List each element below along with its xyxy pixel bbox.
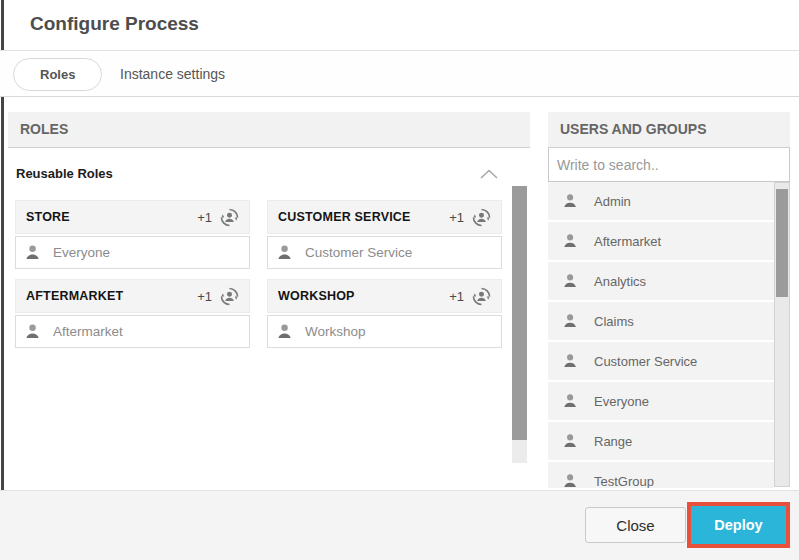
user-icon (562, 432, 580, 450)
role-name: STORE (26, 210, 197, 224)
role-card-workshop: WORKSHOP +1 (267, 279, 502, 348)
role-card-aftermarket: AFTERMARKET +1 (15, 279, 250, 348)
list-item-label: Everyone (594, 394, 649, 409)
search-input[interactable] (548, 148, 790, 182)
role-member-row[interactable]: Customer Service (267, 236, 502, 269)
member-count-badge: +1 (449, 289, 464, 304)
assign-user-rotate-icon[interactable] (470, 206, 493, 229)
users-scrollbar-thumb[interactable] (776, 189, 788, 297)
roles-scrollbar-thumb[interactable] (512, 186, 527, 440)
role-card-header[interactable]: WORKSHOP +1 (267, 279, 502, 313)
configure-process-dialog: Configure Process Roles Instance setting… (0, 0, 799, 560)
role-member-row[interactable]: Everyone (15, 236, 250, 269)
role-member-row[interactable]: Aftermarket (15, 315, 250, 348)
list-item-admin[interactable]: Admin (548, 182, 774, 220)
deploy-annotation-highlight: Deploy (687, 502, 790, 548)
role-name: WORKSHOP (278, 289, 449, 303)
list-item-range[interactable]: Range (548, 422, 774, 460)
user-icon (562, 192, 580, 210)
dialog-footer: Close Deploy (0, 490, 799, 560)
users-groups-header: USERS AND GROUPS (548, 112, 790, 148)
assign-user-rotate-icon[interactable] (218, 206, 241, 229)
close-button[interactable]: Close (585, 507, 686, 543)
member-count-badge: +1 (197, 289, 212, 304)
user-icon (562, 272, 580, 290)
role-member-row[interactable]: Workshop (267, 315, 502, 348)
list-item-customer-service[interactable]: Customer Service (548, 342, 774, 380)
role-name: CUSTOMER SERVICE (278, 210, 449, 224)
chevron-up-icon[interactable] (480, 169, 498, 179)
member-count-badge: +1 (449, 210, 464, 225)
list-item-everyone[interactable]: Everyone (548, 382, 774, 420)
user-icon (276, 322, 295, 341)
users-groups-list: Admin Aftermarket Analytics Claims Custo… (548, 182, 790, 488)
users-scrollbar[interactable] (774, 182, 790, 487)
user-icon (562, 472, 580, 488)
list-item-analytics[interactable]: Analytics (548, 262, 774, 300)
user-icon (24, 243, 43, 262)
role-card-customer-service: CUSTOMER SERVICE +1 (267, 200, 502, 269)
list-item-claims[interactable]: Claims (548, 302, 774, 340)
list-item-label: Aftermarket (594, 234, 661, 249)
user-icon (562, 352, 580, 370)
role-card-header[interactable]: CUSTOMER SERVICE +1 (267, 200, 502, 234)
role-name: AFTERMARKET (26, 289, 197, 303)
assign-user-rotate-icon[interactable] (218, 285, 241, 308)
list-item-aftermarket[interactable]: Aftermarket (548, 222, 774, 260)
reusable-roles-title: Reusable Roles (16, 166, 113, 181)
member-count-badge: +1 (197, 210, 212, 225)
tab-instance-settings[interactable]: Instance settings (120, 51, 225, 98)
roles-scrollbar[interactable] (512, 186, 527, 463)
list-item-label: Analytics (594, 274, 646, 289)
list-item-label: Claims (594, 314, 634, 329)
member-name: Workshop (305, 324, 366, 339)
roles-panel-header: ROLES (8, 112, 530, 148)
list-item-testgroup[interactable]: TestGroup (548, 462, 774, 488)
reusable-roles-section-header[interactable]: Reusable Roles (16, 166, 506, 181)
page-title: Configure Process (30, 13, 199, 35)
tab-bar: Roles Instance settings (0, 50, 799, 97)
deploy-button[interactable]: Deploy (691, 506, 786, 544)
roles-panel: ROLES Reusable Roles STORE +1 (8, 112, 530, 488)
list-item-label: Customer Service (594, 354, 697, 369)
role-card-header[interactable]: AFTERMARKET +1 (15, 279, 250, 313)
member-name: Customer Service (305, 245, 412, 260)
member-name: Aftermarket (53, 324, 123, 339)
user-icon (562, 312, 580, 330)
list-item-label: TestGroup (594, 474, 654, 489)
role-card-header[interactable]: STORE +1 (15, 200, 250, 234)
tab-roles[interactable]: Roles (13, 58, 102, 91)
role-card-store: STORE +1 (15, 200, 250, 269)
list-item-label: Range (594, 434, 632, 449)
user-icon (276, 243, 295, 262)
user-icon (24, 322, 43, 341)
list-item-label: Admin (594, 194, 631, 209)
users-groups-panel: USERS AND GROUPS Admin Aftermarket Analy… (548, 112, 790, 488)
assign-user-rotate-icon[interactable] (470, 285, 493, 308)
user-icon (562, 232, 580, 250)
member-name: Everyone (53, 245, 110, 260)
roles-panel-body: Reusable Roles STORE +1 (8, 148, 530, 488)
user-icon (562, 392, 580, 410)
